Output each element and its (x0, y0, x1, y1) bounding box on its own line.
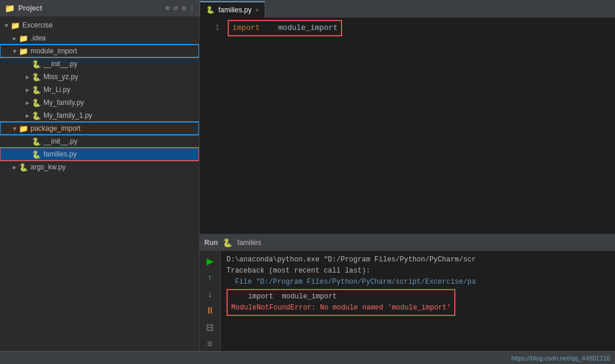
run-down-button[interactable]: ↓ (207, 288, 214, 301)
arrow-my-family-1: ► (23, 113, 32, 119)
label-excercise: Excercise (22, 21, 53, 29)
label-families: families.py (43, 150, 77, 158)
editor-content[interactable]: import module_import (223, 18, 615, 234)
arrow-idea: ► (11, 35, 19, 42)
code-editor[interactable]: 1 import module_import (200, 18, 615, 234)
code-line-1: import module_import (228, 22, 610, 34)
run-controls: ▶ ↑ ↓ ⏸ ⊟ ≡ (200, 251, 221, 351)
arrow-my-family: ► (23, 100, 32, 106)
arrow-package-import: ▼ (11, 125, 19, 132)
run-play-button[interactable]: ▶ (205, 254, 215, 268)
tree-item-mr-li[interactable]: ► 🐍 Mr_Li.py (0, 83, 199, 96)
tree-item-my-family[interactable]: ► 🐍 My_family.py (0, 96, 199, 109)
label-mr-li: Mr_Li.py (43, 86, 70, 94)
tree-item-args-kw[interactable]: ► 🐍 args_kw.py (0, 161, 199, 174)
run-line-error: ModuleNotFoundError: No module named 'mo… (231, 302, 451, 314)
sidebar-toolbar: ⊕ ⇄ ⚙ ↕ (165, 4, 194, 13)
tab-label: families.py (218, 6, 252, 14)
python-icon-my-family-1: 🐍 (32, 111, 41, 120)
project-tree: ▼ 📁 Excercise ► 📁 .idea ▼ 📁 module_impor… (0, 16, 199, 351)
label-idea: .idea (31, 34, 46, 42)
run-close-button[interactable]: ⊟ (205, 321, 215, 334)
run-settings-button[interactable]: ≡ (206, 338, 214, 351)
folder-icon-idea: 📁 (19, 34, 28, 43)
folder-icon-package-import: 📁 (19, 124, 28, 133)
tab-families[interactable]: 🐍 families.py × (200, 1, 265, 18)
python-icon-init1: 🐍 (32, 60, 41, 69)
label-init1: __init__.py (43, 60, 77, 68)
tree-item-package-import[interactable]: ▼ 📁 package_import (0, 122, 199, 135)
module-name: module_import (278, 23, 337, 32)
line-number-1: 1 (204, 22, 219, 34)
status-bar: https://blog.csdn.net/qq_44801116 (0, 351, 615, 364)
python-icon-mr-li: 🐍 (32, 86, 41, 94)
sidebar-header-title: Project (18, 4, 42, 12)
python-icon-args-kw: 🐍 (19, 163, 28, 172)
python-icon-init2: 🐍 (32, 137, 41, 146)
python-icon-my-family: 🐍 (32, 98, 41, 107)
tree-item-module-import[interactable]: ▼ 📁 module_import (0, 45, 199, 57)
python-icon-families: 🐍 (32, 150, 41, 159)
tree-item-idea[interactable]: ► 📁 .idea (0, 32, 199, 45)
run-line-import: import module_import (231, 291, 451, 302)
arrow-args-kw: ► (11, 164, 19, 171)
project-icon: 📁 (5, 4, 15, 13)
run-header: Run 🐍 families (200, 234, 615, 251)
tree-item-my-family-1[interactable]: ► 🐍 My_family_1.py (0, 109, 199, 122)
run-output: D:\anaconda\python.exe "D:/Program Files… (221, 251, 615, 351)
run-panel: Run 🐍 families ▶ ↑ ↓ ⏸ ⊟ ≡ D:\anaconda\p… (200, 234, 615, 351)
status-url: https://blog.csdn.net/qq_44801116 (511, 355, 610, 362)
line-numbers: 1 (200, 18, 223, 234)
spacer (265, 23, 274, 32)
tree-item-miss-yz[interactable]: ► 🐍 Miss_yz.py (0, 70, 199, 83)
run-body: ▶ ↑ ↓ ⏸ ⊟ ≡ D:\anaconda\python.exe "D:/P… (200, 251, 615, 351)
import-statement-highlighted: import module_import (228, 20, 342, 36)
tab-python-icon: 🐍 (206, 6, 215, 14)
arrow-module-import: ▼ (11, 48, 19, 55)
label-args-kw: args_kw.py (31, 163, 66, 171)
settings-icon[interactable]: ⚙ (181, 4, 186, 13)
run-icon: 🐍 (222, 238, 232, 248)
label-my-family: My_family.py (43, 98, 84, 107)
tab-bar: 🐍 families.py × (200, 0, 615, 18)
locate-icon[interactable]: ⊕ (165, 4, 170, 13)
run-label: Run (204, 239, 218, 247)
tab-close-button[interactable]: × (255, 6, 259, 13)
keyword-import: import (232, 23, 260, 32)
folder-icon-module-import: 📁 (19, 47, 28, 56)
tree-item-init2[interactable]: 🐍 __init__.py (0, 135, 199, 148)
run-up-button[interactable]: ↑ (207, 271, 214, 284)
right-panel: 🐍 families.py × 1 import module_import (200, 0, 615, 351)
sidebar-header: 📁 Project ⊕ ⇄ ⚙ ↕ (0, 0, 199, 16)
tree-item-init1[interactable]: 🐍 __init__.py (0, 57, 199, 70)
run-stop-button[interactable]: ⏸ (204, 304, 216, 317)
project-panel: 📁 Project ⊕ ⇄ ⚙ ↕ ▼ 📁 Excercise ► 📁 .ide… (0, 0, 200, 351)
arrow-mr-li: ► (23, 87, 32, 93)
run-line-3: File "D:/Program Files/Python/PyCharm/sc… (227, 277, 609, 288)
run-line-1: D:\anaconda\python.exe "D:/Program Files… (227, 254, 609, 266)
label-init2: __init__.py (43, 137, 77, 145)
expand-icon[interactable]: ↕ (190, 4, 194, 13)
run-line-2: Traceback (most recent call last): (227, 266, 609, 277)
run-error-box: import module_import ModuleNotFoundError… (227, 289, 455, 316)
tree-item-families[interactable]: 🐍 families.py (0, 148, 199, 161)
run-name: families (237, 239, 261, 247)
folder-icon-excercise: 📁 (11, 21, 20, 30)
arrow-excercise: ▼ (2, 22, 11, 29)
label-package-import: package_import (31, 124, 80, 132)
label-my-family-1: My_family_1.py (43, 111, 92, 120)
label-miss-yz: Miss_yz.py (43, 73, 78, 81)
python-icon-miss-yz: 🐍 (32, 73, 41, 81)
label-module-import: module_import (31, 47, 77, 55)
collapse-icon[interactable]: ⇄ (174, 4, 178, 13)
tree-item-excercise[interactable]: ▼ 📁 Excercise (0, 19, 199, 32)
arrow-miss-yz: ► (23, 74, 32, 80)
